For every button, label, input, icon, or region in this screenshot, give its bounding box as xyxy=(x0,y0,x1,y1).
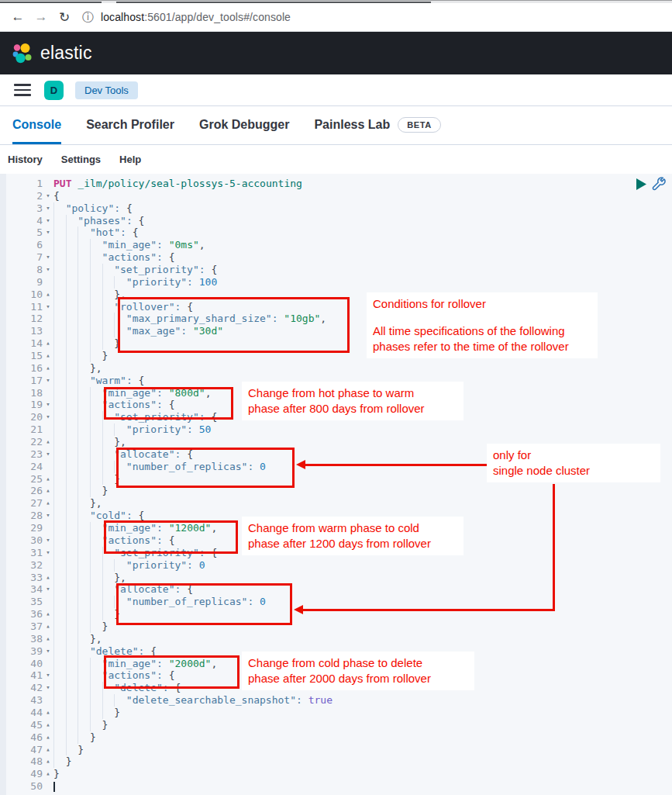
code-line[interactable]: 26▴} xyxy=(0,485,672,497)
code-line[interactable]: 23▾"allocate": { xyxy=(0,448,672,461)
fold-close-icon[interactable]: ▴ xyxy=(43,337,53,350)
fold-open-icon[interactable]: ▾ xyxy=(43,669,53,682)
fold-open-icon[interactable]: ▾ xyxy=(43,264,53,276)
site-info-icon[interactable]: ⓘ xyxy=(82,10,94,25)
code-line[interactable]: 47▴} xyxy=(0,744,672,756)
code-line[interactable]: 28▾"cold": { xyxy=(0,510,672,522)
code-line[interactable]: 38▴}, xyxy=(0,633,672,645)
code-line[interactable]: 19▾"actions": { xyxy=(0,399,672,411)
fold-close-icon[interactable]: ▴ xyxy=(43,436,53,448)
code-line[interactable]: 33▴}, xyxy=(0,572,672,584)
fold-close-icon[interactable]: ▴ xyxy=(43,719,53,731)
code-line[interactable]: 12"max_primary_shard_size": "10gb", xyxy=(0,313,672,325)
fold-open-icon[interactable]: ▾ xyxy=(43,547,53,559)
code-line[interactable]: 32"priority": 0 xyxy=(0,559,672,572)
code-line[interactable]: 22▴}, xyxy=(0,436,672,448)
code-line[interactable]: 6"min_age": "0ms", xyxy=(0,239,672,251)
fold-open-icon[interactable]: ▾ xyxy=(43,202,53,215)
fold-open-icon[interactable]: ▾ xyxy=(43,682,53,694)
fold-close-icon[interactable]: ▴ xyxy=(43,473,53,486)
back-button[interactable]: ← xyxy=(6,9,29,25)
code-line[interactable]: 30▾"actions": { xyxy=(0,534,672,547)
code-line[interactable]: 44▴} xyxy=(0,707,672,719)
code-line[interactable]: 9"priority": 100 xyxy=(0,276,672,289)
fold-close-icon[interactable]: ▴ xyxy=(43,485,53,497)
code-line[interactable]: 8▾"set_priority": { xyxy=(0,264,672,276)
fold-open-icon[interactable]: ▾ xyxy=(43,399,53,411)
console-editor[interactable]: 1PUT _ilm/policy/seal-plossys-5-accounti… xyxy=(0,174,672,795)
fold-open-icon[interactable]: ▾ xyxy=(43,226,53,239)
code-line[interactable]: 2▾{ xyxy=(0,190,672,202)
request-options-wrench-button[interactable] xyxy=(652,177,666,191)
fold-close-icon[interactable]: ▴ xyxy=(43,350,53,362)
fold-open-icon[interactable]: ▾ xyxy=(43,301,53,313)
tab-search-profiler[interactable]: Search Profiler xyxy=(86,106,174,144)
code-line[interactable]: 40"min_age": "2000d", xyxy=(0,658,672,670)
code-line[interactable]: 15▴} xyxy=(0,350,672,362)
code-line[interactable]: 41▾"actions": { xyxy=(0,669,672,682)
code-line[interactable]: 36▴} xyxy=(0,608,672,620)
breadcrumb[interactable]: Dev Tools xyxy=(75,81,138,99)
fold-open-icon[interactable]: ▾ xyxy=(43,583,53,596)
fold-open-icon[interactable]: ▾ xyxy=(43,411,53,423)
fold-close-icon[interactable]: ▴ xyxy=(43,755,53,768)
fold-close-icon[interactable]: ▴ xyxy=(43,362,53,375)
code-line[interactable]: 17▾"warm": { xyxy=(0,375,672,387)
fold-close-icon[interactable]: ▴ xyxy=(43,289,53,301)
tab-painless-lab[interactable]: Painless LabBETA xyxy=(314,106,440,144)
fold-open-icon[interactable]: ▾ xyxy=(43,251,53,264)
code-line[interactable]: 37▴} xyxy=(0,620,672,633)
reload-button[interactable]: ↻ xyxy=(53,9,76,26)
fold-open-icon[interactable]: ▾ xyxy=(43,645,53,658)
menu-item-help[interactable]: Help xyxy=(119,154,141,165)
fold-open-icon[interactable]: ▾ xyxy=(43,215,53,227)
code-line[interactable]: 7▾"actions": { xyxy=(0,251,672,264)
code-line[interactable]: 13"max_age": "30d" xyxy=(0,325,672,337)
code-line[interactable]: 24"number_of_replicas": 0 xyxy=(0,461,672,473)
code-line[interactable]: 35"number_of_replicas": 0 xyxy=(0,596,672,608)
code-line[interactable]: 48▴} xyxy=(0,755,672,768)
fold-close-icon[interactable]: ▴ xyxy=(43,620,53,633)
code-line[interactable]: 10▴}, xyxy=(0,289,672,301)
code-line[interactable]: 29"min_age": "1200d", xyxy=(0,522,672,534)
elastic-logo-icon[interactable] xyxy=(11,42,34,65)
fold-open-icon[interactable]: ▾ xyxy=(43,375,53,387)
code-line[interactable]: 45▴} xyxy=(0,719,672,731)
fold-close-icon[interactable]: ▴ xyxy=(43,497,53,510)
code-line[interactable]: 18"min_age": "800d", xyxy=(0,387,672,399)
code-line[interactable]: 34▾"allocate": { xyxy=(0,583,672,596)
code-line[interactable]: 1PUT _ilm/policy/seal-plossys-5-accounti… xyxy=(0,178,672,190)
code-line[interactable]: 25▴} xyxy=(0,473,672,486)
fold-open-icon[interactable]: ▾ xyxy=(43,510,53,522)
fold-close-icon[interactable]: ▴ xyxy=(43,633,53,645)
code-line[interactable]: 16▴}, xyxy=(0,362,672,375)
code-line[interactable]: 39▾"delete": { xyxy=(0,645,672,658)
menu-item-settings[interactable]: Settings xyxy=(61,154,101,165)
fold-close-icon[interactable]: ▴ xyxy=(43,731,53,744)
fold-close-icon[interactable]: ▴ xyxy=(43,744,53,756)
space-avatar[interactable]: D xyxy=(44,81,64,100)
code-line[interactable]: 3▾"policy": { xyxy=(0,202,672,215)
fold-open-icon[interactable]: ▾ xyxy=(43,448,53,461)
code-line[interactable]: 21"priority": 50 xyxy=(0,423,672,436)
forward-button[interactable]: → xyxy=(29,9,53,25)
tab-grok-debugger[interactable]: Grok Debugger xyxy=(199,106,289,144)
fold-close-icon[interactable]: ▴ xyxy=(43,608,53,620)
send-request-button[interactable] xyxy=(636,178,646,190)
code-line[interactable]: 31▾"set_priority": { xyxy=(0,547,672,559)
fold-close-icon[interactable]: ▴ xyxy=(43,707,53,719)
code-line[interactable]: 43"delete_searchable_snapshot": true xyxy=(0,694,672,707)
menu-item-history[interactable]: History xyxy=(8,154,43,165)
code-line[interactable]: 4▾"phases": { xyxy=(0,215,672,227)
url-bar[interactable]: ⓘ localhost:5601/app/dev_tools#/console xyxy=(82,6,672,28)
menu-hamburger-icon[interactable] xyxy=(14,84,31,96)
code-line[interactable]: 20▾"set_priority": { xyxy=(0,411,672,423)
code-line[interactable]: 11▾"rollover": { xyxy=(0,301,672,313)
fold-close-icon[interactable]: ▴ xyxy=(43,768,53,780)
tab-console[interactable]: Console xyxy=(12,106,61,144)
code-line[interactable]: 14▴} xyxy=(0,337,672,350)
code-line[interactable]: 42▾"delete": { xyxy=(0,682,672,694)
code-line[interactable]: 46▴} xyxy=(0,731,672,744)
fold-open-icon[interactable]: ▾ xyxy=(43,534,53,547)
code-line[interactable]: 50 xyxy=(0,780,672,793)
